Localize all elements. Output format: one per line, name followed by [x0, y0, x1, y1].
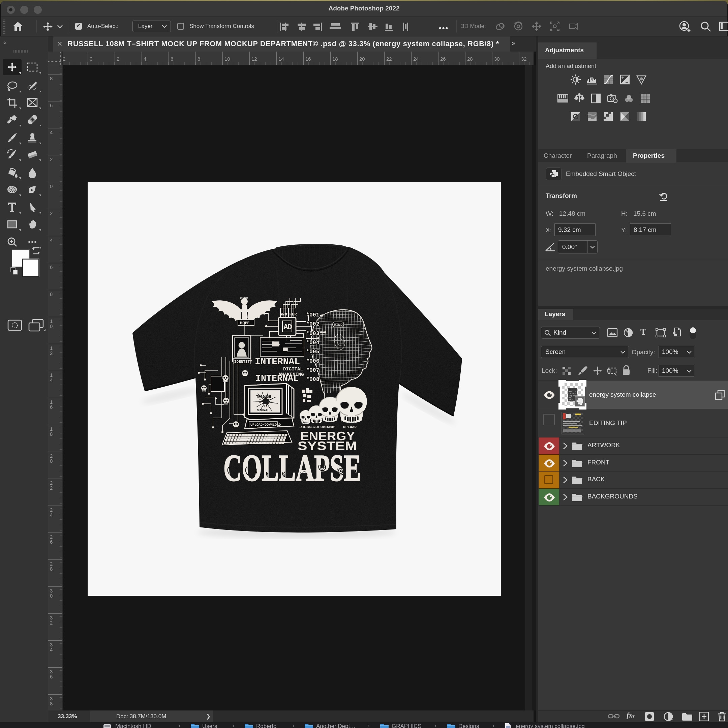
svg-text:THROUGH: THROUGH: [256, 395, 271, 399]
svg-text:INTERNAL: INTERNAL: [255, 356, 300, 367]
svg-text:*002: *002: [306, 321, 320, 327]
svg-text:*006: *006: [306, 358, 320, 364]
svg-text:*004: *004: [306, 340, 320, 346]
svg-text:SIGNAL: SIGNAL: [257, 409, 269, 413]
svg-text:*005: *005: [306, 349, 320, 355]
svg-text:UPLOAD/DOWNLOAD: UPLOAD/DOWNLOAD: [251, 423, 281, 427]
svg-text:INTERNAL: INTERNAL: [255, 374, 298, 384]
svg-text:KIND: KIND: [240, 297, 248, 301]
svg-text:AD: AD: [283, 323, 292, 332]
svg-text:IDENTITY: IDENTITY: [234, 360, 252, 364]
svg-text:DIGITAL: DIGITAL: [283, 367, 303, 372]
svg-text:▾: ▾: [672, 718, 673, 721]
svg-text:*007: *007: [306, 367, 320, 373]
svg-text:*008: *008: [306, 376, 320, 382]
svg-text:HOPE: HOPE: [240, 321, 250, 326]
svg-text:*001: *001: [306, 312, 320, 318]
svg-text:ANOTHER: ANOTHER: [280, 312, 297, 317]
svg-text:*003: *003: [306, 330, 320, 337]
svg-text:MIND: MIND: [334, 323, 343, 327]
